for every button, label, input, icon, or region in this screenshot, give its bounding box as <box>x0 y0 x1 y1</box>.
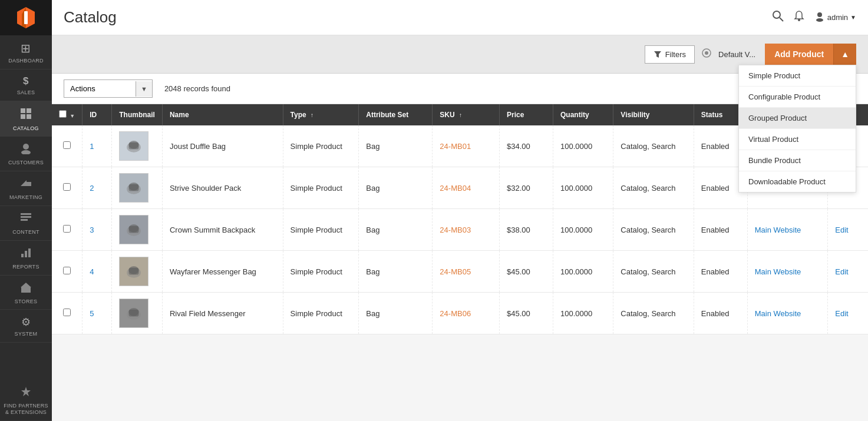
find-partners-icon <box>19 386 32 400</box>
sidebar-item-marketing[interactable]: MARKETING <box>0 171 52 206</box>
td-checkbox-3 <box>52 209 82 251</box>
svg-rect-39 <box>129 268 139 275</box>
th-sku[interactable]: SKU ↑ <box>433 104 500 125</box>
row-id-link-4[interactable]: 4 <box>90 267 94 276</box>
dropdown-item-grouped[interactable]: Grouped Product <box>739 108 856 129</box>
sidebar: ⊞ DASHBOARD $ SALES CATALOG CUSTOMERS MA… <box>0 0 52 421</box>
row-id-link-1[interactable]: 1 <box>90 142 94 151</box>
th-price: Price <box>500 104 553 125</box>
sidebar-item-label-sales: SALES <box>17 89 35 96</box>
td-id-3: 3 <box>82 209 112 251</box>
sidebar-item-label-system: SYSTEM <box>15 331 38 337</box>
dropdown-item-downloadable[interactable]: Downloadable Product <box>739 171 856 192</box>
svg-rect-6 <box>27 114 31 119</box>
sidebar-item-reports[interactable]: REPORTS <box>0 241 52 276</box>
dropdown-item-configurable[interactable]: Configurable Product <box>739 87 856 108</box>
td-website-3: Main Website <box>747 209 827 251</box>
actions-select-wrap[interactable]: Actions Delete Change Status Update Attr… <box>64 79 153 98</box>
row-id-link-2[interactable]: 2 <box>90 184 94 193</box>
actions-dropdown-arrow[interactable]: ▼ <box>136 81 152 97</box>
row-edit-link-3[interactable]: Edit <box>835 226 848 234</box>
type-sort-icon: ↑ <box>311 112 313 118</box>
td-visibility-5: Catalog, Search <box>613 293 694 334</box>
svg-rect-4 <box>27 108 31 113</box>
add-product-button[interactable]: Add Product <box>765 44 833 65</box>
content-icon <box>19 212 32 227</box>
row-checkbox-5[interactable] <box>63 309 71 316</box>
td-name-3: Crown Summit Backpack <box>162 209 283 251</box>
td-status-5: Enabled <box>694 293 747 334</box>
sidebar-item-label-catalog: CATALOG <box>13 125 39 132</box>
row-edit-link-4[interactable]: Edit <box>835 267 848 276</box>
customers-icon <box>19 142 32 157</box>
td-price-4: $45.00 <box>500 251 553 293</box>
product-thumbnail-4 <box>119 257 148 286</box>
th-type-label: Type <box>291 111 306 119</box>
td-visibility-3: Catalog, Search <box>613 209 694 251</box>
th-quantity-label: Quantity <box>560 111 589 119</box>
sidebar-item-sales[interactable]: $ SALES <box>0 69 52 101</box>
row-id-link-3[interactable]: 3 <box>90 226 94 234</box>
dropdown-item-bundle[interactable]: Bundle Product <box>739 150 856 171</box>
td-sku-4: 24-MB05 <box>433 251 500 293</box>
sidebar-item-find-partners[interactable]: FIND PARTNERS & EXTENSIONS <box>0 380 52 421</box>
td-name-2: Strive Shoulder Pack <box>162 167 283 209</box>
sidebar-item-stores[interactable]: STORES <box>0 276 52 310</box>
add-product-dropdown-toggle[interactable]: ▲ <box>833 44 856 65</box>
td-quantity-2: 100.0000 <box>553 167 613 209</box>
sidebar-item-catalog[interactable]: CATALOG <box>0 101 52 137</box>
svg-rect-36 <box>129 226 139 233</box>
row-website-link-5[interactable]: Main Website <box>755 309 801 318</box>
td-quantity-1: 100.0000 <box>553 125 613 167</box>
system-icon: ⚙ <box>21 316 31 329</box>
row-checkbox-1[interactable] <box>63 141 71 149</box>
th-checkbox: ▼ <box>52 104 82 125</box>
filters-button[interactable]: Filters <box>645 45 695 64</box>
row-checkbox-2[interactable] <box>63 183 71 191</box>
sidebar-item-customers[interactable]: CUSTOMERS <box>0 137 52 171</box>
th-thumbnail: Thumbnail <box>112 104 163 125</box>
bell-icon[interactable] <box>793 10 805 25</box>
row-website-link-3[interactable]: Main Website <box>755 226 801 234</box>
th-attrset-label: Attribute Set <box>366 111 408 119</box>
search-icon[interactable] <box>772 10 784 25</box>
svg-point-27 <box>705 51 708 55</box>
svg-rect-2 <box>24 11 28 24</box>
dropdown-item-simple[interactable]: Simple Product <box>739 65 856 87</box>
td-action-4: Edit <box>828 251 868 293</box>
row-checkbox-4[interactable] <box>63 267 71 274</box>
add-product-dropdown: Simple Product Configurable Product Grou… <box>738 65 856 193</box>
dropdown-item-virtual[interactable]: Virtual Product <box>739 129 856 150</box>
topbar-right: admin ▼ <box>772 10 856 25</box>
td-attribute-set-5: Bag <box>359 293 433 334</box>
actions-select[interactable]: Actions Delete Change Status Update Attr… <box>64 80 136 97</box>
th-name-label: Name <box>170 111 189 119</box>
product-thumbnail-3 <box>119 215 148 244</box>
catalog-icon <box>19 107 32 123</box>
sidebar-item-label-customers: CUSTOMERS <box>8 160 44 166</box>
svg-rect-33 <box>129 184 139 191</box>
th-visibility: Visibility <box>613 104 694 125</box>
th-thumbnail-label: Thumbnail <box>119 111 155 119</box>
svg-marker-25 <box>654 51 661 58</box>
add-product-container: Add Product ▲ Simple Product Configurabl… <box>765 44 856 65</box>
filter-icon <box>654 50 662 58</box>
row-id-link-5[interactable]: 5 <box>90 309 94 318</box>
filters-label: Filters <box>665 50 686 59</box>
td-price-3: $38.00 <box>500 209 553 251</box>
svg-rect-13 <box>21 219 28 221</box>
sidebar-item-content[interactable]: CONTENT <box>0 206 52 241</box>
th-price-label: Price <box>507 111 524 119</box>
admin-user[interactable]: admin ▼ <box>814 11 856 24</box>
table-row: 3 Crown Summit Backpack Simple Product B… <box>52 209 868 251</box>
row-edit-link-5[interactable]: Edit <box>835 309 848 318</box>
sidebar-item-system[interactable]: ⚙ SYSTEM <box>0 310 52 343</box>
td-checkbox-5 <box>52 293 82 334</box>
row-checkbox-3[interactable] <box>63 225 71 233</box>
svg-rect-3 <box>21 108 25 113</box>
th-type[interactable]: Type ↑ <box>283 104 359 125</box>
columns-visibility-icon[interactable] <box>701 48 712 61</box>
sidebar-item-dashboard[interactable]: ⊞ DASHBOARD <box>0 35 52 69</box>
row-website-link-4[interactable]: Main Website <box>755 267 801 276</box>
select-all-checkbox[interactable] <box>59 110 67 118</box>
